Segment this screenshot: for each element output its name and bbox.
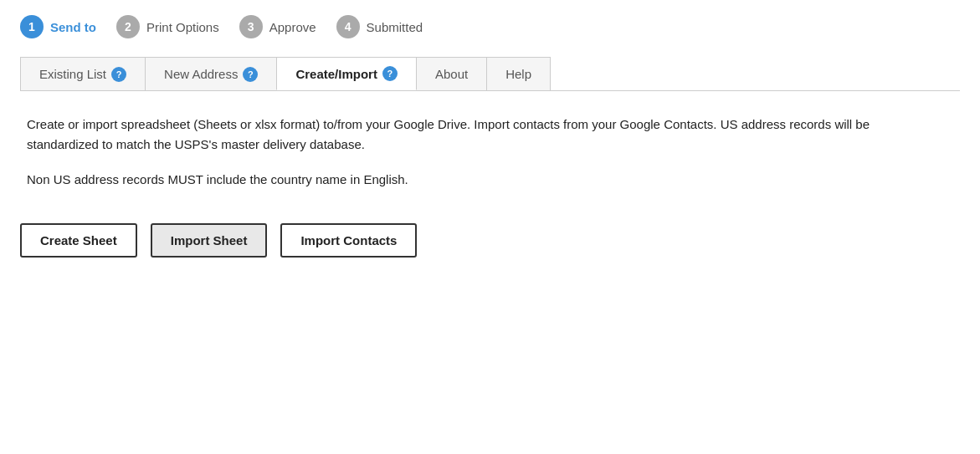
step-4-label: Submitted	[367, 20, 423, 34]
step-3-number: 3	[239, 15, 263, 38]
step-3[interactable]: 3 Approve	[239, 15, 316, 38]
tab-about-label: About	[435, 67, 468, 81]
tab-existing-list[interactable]: Existing List ?	[20, 57, 146, 90]
create-sheet-button[interactable]: Create Sheet	[20, 223, 137, 258]
tab-about[interactable]: About	[416, 57, 487, 90]
step-4-number: 4	[336, 15, 360, 38]
stepper: 1 Send to 2 Print Options 3 Approve 4 Su…	[20, 15, 960, 38]
buttons-area: Create Sheet Import Sheet Import Contact…	[20, 217, 960, 258]
tab-new-address[interactable]: New Address ?	[145, 57, 277, 90]
existing-list-help-icon[interactable]: ?	[111, 67, 126, 82]
tab-help-label: Help	[505, 67, 531, 81]
step-1-label: Send to	[50, 20, 96, 34]
content-paragraph-1: Create or import spreadsheet (Sheets or …	[27, 115, 934, 155]
import-contacts-button[interactable]: Import Contacts	[280, 223, 417, 258]
step-2-number: 2	[116, 15, 140, 38]
import-sheet-button[interactable]: Import Sheet	[151, 223, 268, 258]
content-area: Create or import spreadsheet (Sheets or …	[20, 115, 941, 190]
step-1[interactable]: 1 Send to	[20, 15, 96, 38]
tab-new-address-label: New Address	[164, 67, 238, 81]
step-2-label: Print Options	[146, 20, 219, 34]
tab-help[interactable]: Help	[486, 57, 551, 90]
step-4[interactable]: 4 Submitted	[336, 15, 423, 38]
page-container: 1 Send to 2 Print Options 3 Approve 4 Su…	[0, 0, 980, 278]
step-1-number: 1	[20, 15, 44, 38]
tabs: Existing List ? New Address ? Create/Imp…	[20, 57, 960, 91]
new-address-help-icon[interactable]: ?	[243, 67, 258, 82]
tab-create-import-label: Create/Import	[295, 67, 377, 81]
tab-existing-list-label: Existing List	[39, 67, 106, 81]
step-2[interactable]: 2 Print Options	[116, 15, 219, 38]
create-import-help-icon[interactable]: ?	[382, 66, 398, 81]
step-3-label: Approve	[269, 20, 316, 34]
content-paragraph-2: Non US address records MUST include the …	[27, 170, 934, 190]
tab-create-import[interactable]: Create/Import ?	[276, 57, 417, 90]
